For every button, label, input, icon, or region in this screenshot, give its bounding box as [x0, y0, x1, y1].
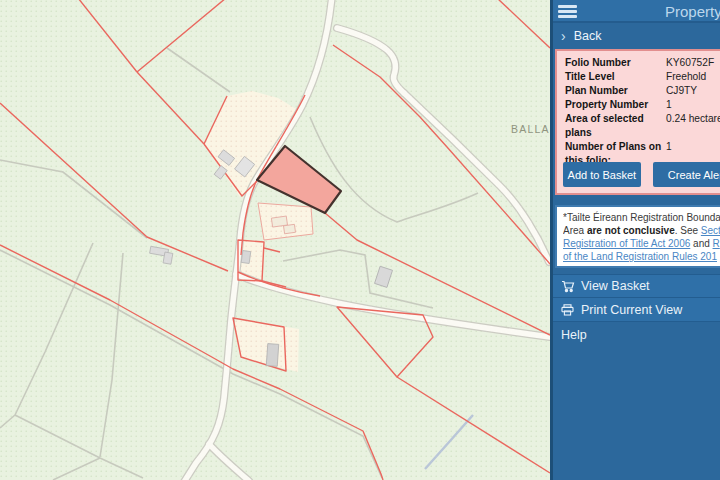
view-basket-button[interactable]: View Basket [553, 274, 720, 298]
side-panel: Property › Back Folio Number KY60752F Ti… [550, 0, 720, 480]
menu-item-label: Help [561, 328, 587, 342]
menu-item-label: View Basket [581, 279, 650, 293]
legislation-link[interactable]: of the Land Registration Rules 201 [563, 251, 717, 262]
legislation-link[interactable]: R [713, 238, 720, 249]
folio-actions: Add to Basket Create Alert [555, 162, 720, 190]
create-alert-button[interactable]: Create Alert [653, 162, 720, 187]
help-button[interactable]: Help [553, 322, 720, 348]
add-to-basket-button[interactable]: Add to Basket [563, 162, 641, 187]
detail-row: Title Level Freehold [565, 70, 720, 84]
basket-icon [561, 280, 581, 293]
disclaimer-text: Area [563, 225, 587, 236]
detail-row: Folio Number KY60752F [565, 56, 720, 70]
panel-menu: View Basket Print Current View Help [553, 274, 720, 348]
disclaimer-text: *Tailte Éireann Registration Boundaries [563, 212, 720, 223]
detail-row: Property Number 1 [565, 98, 720, 112]
legislation-link[interactable]: Section [701, 225, 720, 236]
boundaries-disclaimer: *Tailte Éireann Registration Boundaries … [555, 205, 720, 268]
detail-row: Area of selected plans 0.24 hectares. [565, 112, 720, 140]
disclaimer-text: . See [675, 225, 701, 236]
map-background [0, 0, 550, 480]
back-label: Back [574, 29, 602, 43]
disclaimer-text: and [690, 238, 712, 249]
detail-row: Plan Number CJ9TY [565, 84, 720, 98]
map-label-townland: BALLAH [511, 123, 550, 135]
disclaimer-emphasis: are not conclusive [587, 225, 675, 236]
app-window: BALLAH Property › Back Folio Number KY60… [0, 0, 720, 480]
print-current-view-button[interactable]: Print Current View [553, 298, 720, 322]
legislation-link[interactable]: Registration of Title Act 2006 [563, 238, 690, 249]
panel-title: Property [665, 3, 720, 20]
menu-item-label: Print Current View [581, 303, 682, 317]
chevron-right-icon: › [561, 28, 566, 44]
panel-header: Property [553, 0, 720, 23]
map-canvas[interactable]: BALLAH [0, 0, 550, 480]
back-button[interactable]: › Back [553, 25, 720, 46]
menu-icon[interactable] [558, 5, 577, 18]
printer-icon [561, 304, 581, 316]
